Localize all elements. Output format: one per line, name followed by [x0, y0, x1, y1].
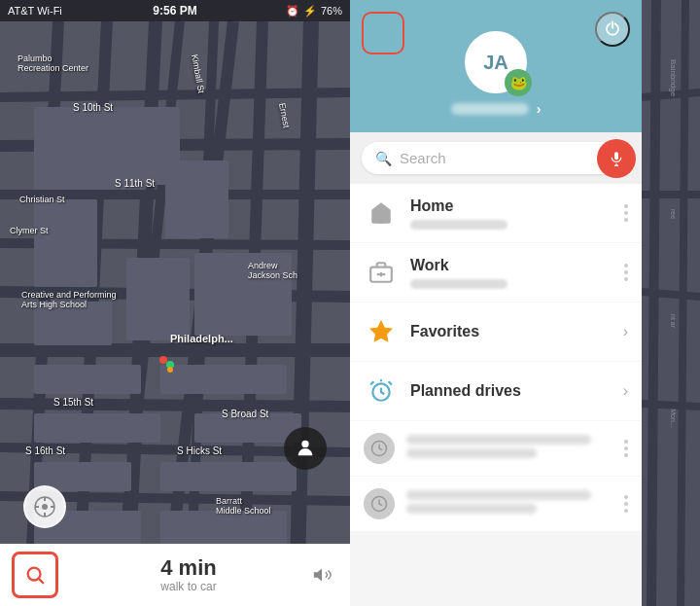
user-info-bar[interactable]: › [366, 101, 626, 117]
mascot-icon: 🐸 [505, 69, 532, 96]
menu-item-favorites[interactable]: Favorites › [350, 303, 642, 361]
svg-point-44 [301, 441, 308, 447]
favorites-icon-container [364, 314, 399, 349]
recent1-line1 [406, 435, 591, 445]
dot1 [624, 204, 628, 208]
user-name-blurred [451, 103, 529, 115]
svg-rect-27 [34, 365, 141, 394]
map-label-shicks: S Hicks St [177, 446, 222, 456]
svg-line-61 [651, 0, 656, 606]
search-icon [24, 564, 46, 586]
svg-point-39 [42, 504, 48, 510]
favorites-arrow: › [623, 323, 628, 340]
status-left: AT&T Wi-Fi [8, 5, 62, 17]
status-right: ⏰ ⚡ 76% [286, 5, 342, 18]
home-icon-container [364, 196, 399, 231]
clock-icon-2 [370, 495, 388, 513]
recent2-icon [364, 488, 395, 519]
menu-item-work[interactable]: Work [350, 243, 642, 302]
recent2-line1 [406, 490, 591, 500]
status-time: 9:56 PM [153, 4, 196, 18]
recent-item-1[interactable] [350, 421, 642, 476]
dot3 [624, 277, 628, 281]
svg-text:Mon...: Mon... [670, 409, 677, 428]
recent1-dots[interactable] [624, 440, 628, 457]
map-label-s10th: S 10th St [73, 102, 113, 113]
work-dots-menu[interactable] [624, 264, 628, 281]
avatar-area: JA 🐸 [366, 31, 626, 93]
volume-icon [312, 564, 333, 586]
home-item-content: Home [410, 196, 624, 229]
search-placeholder: Search [400, 150, 616, 166]
svg-rect-49 [614, 152, 618, 160]
map-label-s15th: S 15th St [53, 397, 93, 408]
menu-item-home[interactable]: Home [350, 184, 642, 242]
map-label-barratt: BarrattMiddle School [216, 496, 271, 516]
chevron-right-icon: › [537, 101, 542, 117]
dot2 [624, 270, 628, 274]
dot1 [624, 264, 628, 267]
svg-point-37 [167, 367, 173, 373]
clock-icon-1 [370, 440, 388, 457]
battery-label: 76% [321, 5, 342, 17]
search-icon-sm: 🔍 [375, 151, 392, 166]
mic-button[interactable] [597, 139, 636, 178]
recent2-dots[interactable] [624, 495, 628, 513]
search-bar-area: 🔍 Search [350, 132, 642, 184]
svg-line-46 [39, 579, 44, 584]
svg-rect-28 [160, 365, 287, 394]
map-panel: AT&T Wi-Fi 9:56 PM ⏰ ⚡ 76% [0, 0, 350, 606]
alarm-icon [368, 378, 394, 404]
svg-rect-29 [34, 413, 160, 443]
svg-line-66 [642, 404, 700, 407]
home-sub-blurred [410, 220, 508, 230]
map-label-philly: Philadelph... [170, 333, 233, 344]
map-bottom-bar: 4 min walk to car [0, 544, 350, 606]
menu-header: JA 🐸 › [350, 0, 642, 132]
strip-label-bainbridge: Bainbridge [669, 59, 678, 97]
recent2-text [406, 490, 624, 517]
planned-drives-item-content: Planned drives [410, 381, 623, 400]
svg-line-65 [642, 292, 700, 297]
menu-item-planned-drives[interactable]: Planned drives › [350, 362, 642, 420]
home-icon [368, 200, 394, 226]
recent-item-2[interactable] [350, 477, 642, 531]
menu-panel: JA 🐸 › 🔍 Search [350, 0, 642, 606]
carrier-label: AT&T Wi-Fi [8, 5, 62, 17]
svg-point-35 [159, 356, 167, 364]
search-bar[interactable]: 🔍 Search [362, 142, 630, 174]
home-dots-menu[interactable] [624, 204, 628, 222]
compass-button[interactable] [23, 485, 66, 528]
avatar[interactable]: JA 🐸 [465, 31, 527, 93]
work-label: Work [410, 256, 624, 274]
map-time-info: 4 min walk to car [70, 556, 307, 593]
svg-rect-26 [126, 258, 190, 340]
svg-rect-32 [160, 462, 297, 491]
volume-button[interactable] [307, 559, 338, 590]
person-button[interactable] [284, 427, 327, 470]
svg-line-10 [0, 92, 350, 97]
dot3 [624, 218, 628, 222]
svg-rect-20 [34, 199, 97, 287]
map-label-s16th: S 16th St [25, 446, 65, 456]
work-sub-blurred [410, 279, 508, 289]
favorites-label: Favorites [410, 322, 623, 340]
recent1-icon [364, 433, 395, 464]
map-label-clymer: Clymer St [10, 226, 49, 235]
map-label-andrew: AndrewJackson Sch [248, 261, 298, 280]
menu-list: Home Work [350, 184, 642, 606]
search-button[interactable] [12, 552, 58, 598]
planned-drives-label: Planned drives [410, 381, 623, 400]
time-value: 4 min [70, 556, 307, 580]
work-item-content: Work [410, 256, 624, 288]
planned-drives-icon-container [364, 374, 399, 409]
planned-drives-arrow: › [623, 382, 628, 400]
mic-icon [609, 151, 624, 166]
time-sub: walk to car [70, 580, 307, 593]
map-label-palumbo: PalumboRecreation Center [18, 53, 88, 73]
svg-text:ree: ree [670, 209, 677, 219]
bluetooth-icon: ⚡ [303, 5, 317, 18]
favorites-item-content: Favorites [410, 322, 623, 340]
map-label-christian: Christian St [19, 195, 65, 204]
person-icon [295, 438, 316, 459]
